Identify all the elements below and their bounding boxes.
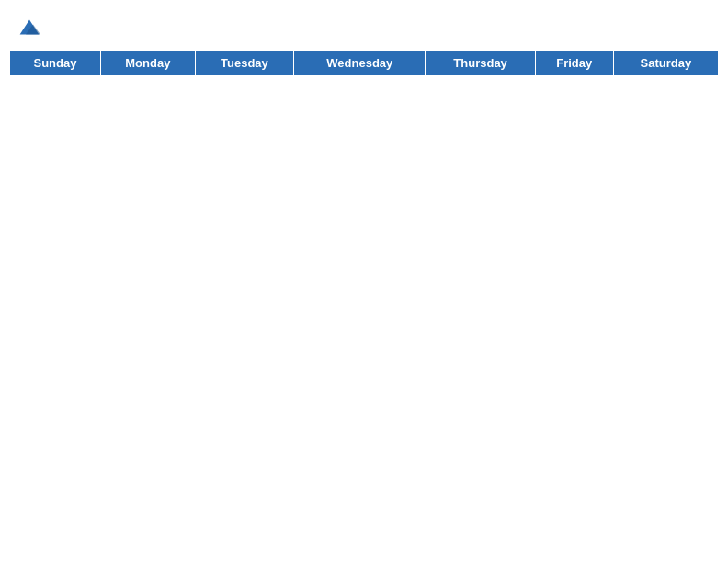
- logo-icon: [18, 18, 40, 40]
- col-header-wednesday: Wednesday: [294, 51, 426, 76]
- col-header-saturday: Saturday: [613, 51, 718, 76]
- col-header-sunday: Sunday: [10, 51, 101, 76]
- col-header-friday: Friday: [535, 51, 613, 76]
- calendar-header-row: SundayMondayTuesdayWednesdayThursdayFrid…: [10, 51, 719, 76]
- col-header-tuesday: Tuesday: [195, 51, 293, 76]
- page-header: [9, 9, 719, 45]
- col-header-monday: Monday: [100, 51, 195, 76]
- calendar-table: SundayMondayTuesdayWednesdayThursdayFrid…: [9, 50, 719, 76]
- logo: [18, 18, 42, 40]
- col-header-thursday: Thursday: [426, 51, 535, 76]
